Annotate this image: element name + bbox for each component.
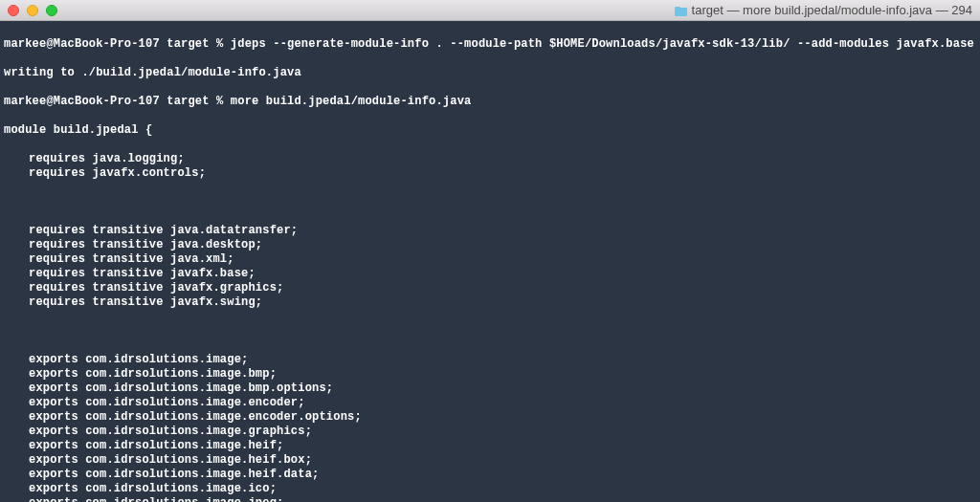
- code-line: requires transitive java.xml;: [4, 252, 976, 267]
- code-line: requires transitive javafx.base;: [4, 267, 976, 281]
- window-title-text: target — more build.jpedal/module-info.j…: [692, 3, 972, 17]
- code-line: exports com.idrsolutions.image.graphics;: [4, 425, 976, 439]
- code-line: requires transitive java.datatransfer;: [4, 224, 976, 238]
- output-line-writing: writing to ./build.jpedal/module-info.ja…: [4, 66, 976, 80]
- maximize-button[interactable]: [46, 5, 57, 16]
- window-titlebar: target — more build.jpedal/module-info.j…: [0, 0, 980, 21]
- code-line: exports com.idrsolutions.image.encoder;: [4, 396, 976, 410]
- code-line: exports com.idrsolutions.image.jpeg;: [4, 496, 976, 502]
- code-line: exports com.idrsolutions.image.heif.box;: [4, 453, 976, 468]
- prompt-line-2: markee@MacBook-Pro-107 target % more bui…: [4, 95, 976, 109]
- blank-line: [4, 195, 976, 209]
- close-button[interactable]: [8, 5, 19, 16]
- code-line: exports com.idrsolutions.image.bmp.optio…: [4, 382, 976, 396]
- module-declaration: module build.jpedal {: [4, 123, 976, 138]
- code-line: exports com.idrsolutions.image.encoder.o…: [4, 410, 976, 425]
- minimize-button[interactable]: [27, 5, 38, 16]
- code-line: requires transitive javafx.swing;: [4, 295, 976, 310]
- requires-group-2: requires transitive java.datatransfer;re…: [4, 224, 976, 310]
- code-line: exports com.idrsolutions.image;: [4, 353, 976, 367]
- code-line: requires transitive javafx.graphics;: [4, 281, 976, 295]
- code-line: exports com.idrsolutions.image.ico;: [4, 482, 976, 496]
- traffic-lights: [8, 5, 57, 16]
- exports-group: exports com.idrsolutions.image;exports c…: [4, 353, 976, 502]
- code-line: requires java.logging;: [4, 152, 976, 166]
- window-title: target — more build.jpedal/module-info.j…: [675, 3, 972, 17]
- folder-icon: [675, 5, 688, 16]
- requires-group-1: requires java.logging;requires javafx.co…: [4, 152, 976, 181]
- blank-line: [4, 324, 976, 338]
- terminal-output[interactable]: markee@MacBook-Pro-107 target % jdeps --…: [0, 21, 980, 502]
- code-line: exports com.idrsolutions.image.heif;: [4, 439, 976, 453]
- code-line: exports com.idrsolutions.image.heif.data…: [4, 468, 976, 482]
- code-line: requires javafx.controls;: [4, 166, 976, 181]
- prompt-line-1: markee@MacBook-Pro-107 target % jdeps --…: [4, 37, 976, 52]
- code-line: requires transitive java.desktop;: [4, 238, 976, 252]
- code-line: exports com.idrsolutions.image.bmp;: [4, 367, 976, 382]
